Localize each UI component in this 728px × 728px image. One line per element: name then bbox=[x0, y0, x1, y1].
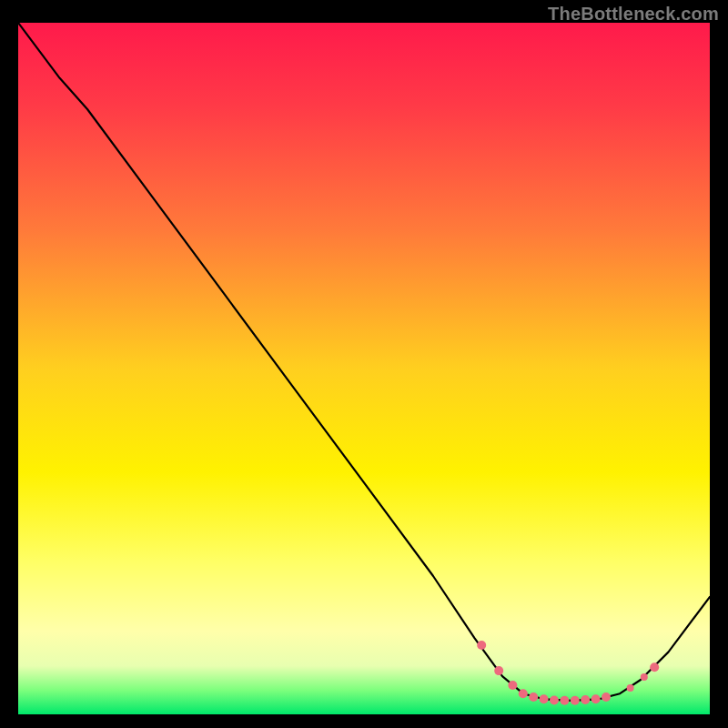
data-marker bbox=[650, 662, 659, 672]
chart-frame: TheBottleneck.com bbox=[0, 0, 728, 728]
data-marker bbox=[477, 641, 486, 650]
data-marker bbox=[550, 695, 559, 704]
data-marker bbox=[519, 689, 528, 698]
data-marker bbox=[494, 666, 503, 675]
data-marker bbox=[602, 693, 611, 702]
attribution-text: TheBottleneck.com bbox=[548, 4, 719, 25]
data-marker bbox=[581, 695, 590, 704]
data-marker bbox=[560, 696, 569, 705]
chart-svg bbox=[18, 23, 710, 714]
data-marker bbox=[641, 673, 648, 681]
data-marker bbox=[592, 694, 601, 703]
data-marker bbox=[540, 694, 549, 703]
gradient-background bbox=[18, 23, 710, 714]
data-marker bbox=[529, 693, 538, 702]
data-marker bbox=[508, 681, 517, 690]
data-marker bbox=[571, 696, 580, 705]
plot-area bbox=[18, 23, 710, 714]
data-marker bbox=[627, 684, 634, 692]
